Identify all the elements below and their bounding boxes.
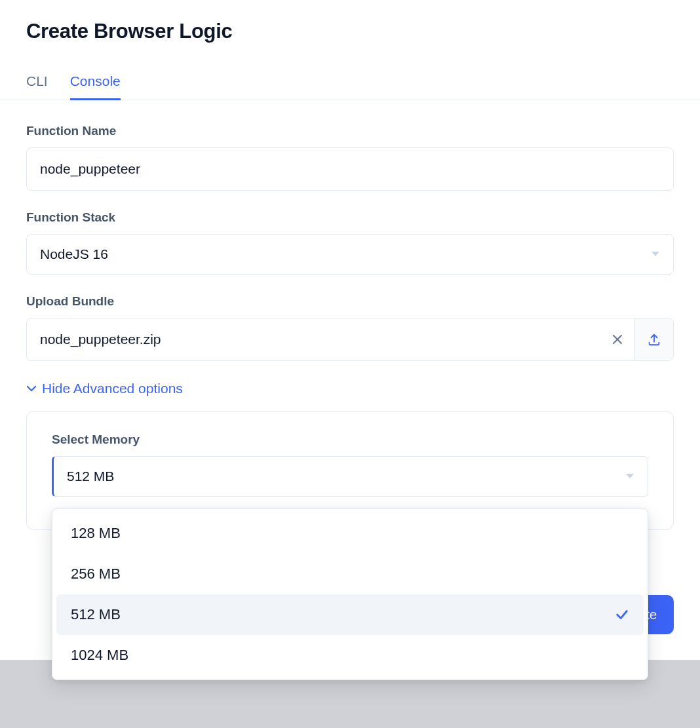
advanced-options-label: Hide Advanced options	[42, 381, 183, 396]
close-icon	[612, 334, 623, 345]
memory-option-label: 1024 MB	[71, 647, 128, 664]
function-stack-value: NodeJS 16	[40, 246, 108, 262]
field-upload-bundle: Upload Bundle node_puppeteer.zip	[26, 294, 674, 361]
caret-down-icon	[651, 251, 660, 258]
clear-file-button[interactable]	[600, 318, 635, 360]
upload-bundle-label: Upload Bundle	[26, 294, 674, 309]
memory-option-512[interactable]: 512 MB	[56, 594, 644, 635]
function-name-value: node_puppeteer	[40, 161, 140, 177]
upload-icon	[647, 332, 661, 347]
caret-down-icon	[625, 473, 634, 480]
function-name-label: Function Name	[26, 124, 674, 138]
tabs: CLI Console	[0, 67, 700, 100]
chevron-down-icon	[26, 383, 37, 394]
field-function-stack: Function Stack NodeJS 16	[26, 210, 674, 275]
memory-option-1024[interactable]: 1024 MB	[56, 635, 644, 676]
memory-option-128[interactable]: 128 MB	[56, 513, 644, 554]
memory-label: Select Memory	[52, 432, 648, 447]
tab-console[interactable]: Console	[70, 67, 121, 100]
function-stack-select[interactable]: NodeJS 16	[26, 234, 674, 275]
function-name-input[interactable]: node_puppeteer	[26, 147, 674, 191]
upload-file-button[interactable]	[635, 318, 673, 360]
memory-option-256[interactable]: 256 MB	[56, 554, 644, 594]
check-icon	[615, 607, 629, 622]
advanced-options-toggle[interactable]: Hide Advanced options	[26, 381, 183, 396]
memory-option-label: 128 MB	[71, 525, 121, 542]
memory-select[interactable]: 512 MB	[52, 456, 648, 497]
memory-option-label: 256 MB	[71, 565, 121, 583]
page-title: Create Browser Logic	[26, 20, 674, 43]
function-stack-label: Function Stack	[26, 210, 674, 225]
tab-cli[interactable]: CLI	[26, 67, 48, 100]
memory-value: 512 MB	[67, 469, 114, 484]
upload-bundle-filename: node_puppeteer.zip	[27, 318, 600, 360]
field-function-name: Function Name node_puppeteer	[26, 124, 674, 191]
field-memory: Select Memory 512 MB	[52, 432, 648, 497]
memory-option-label: 512 MB	[71, 606, 121, 623]
advanced-panel: Select Memory 512 MB 128 MB	[26, 411, 674, 530]
upload-bundle-row: node_puppeteer.zip	[26, 318, 674, 361]
memory-dropdown: 128 MB 256 MB 512 MB	[52, 508, 648, 680]
